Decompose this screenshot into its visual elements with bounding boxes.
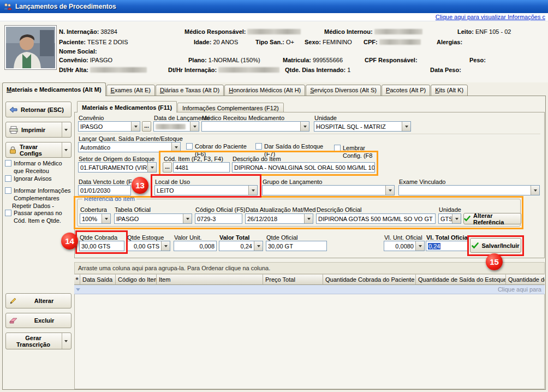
- tab-honorarios-medicos[interactable]: Honorários Médicos (Alt H): [224, 85, 305, 96]
- travar-dropdown[interactable]: [62, 142, 68, 157]
- convenio-select[interactable]: IPASGO: [78, 121, 140, 132]
- checkbox-cobrar-paciente[interactable]: Cobrar do Paciente (F6): [186, 143, 253, 158]
- tab-informacoes-f12[interactable]: Informações Complementares (F12): [177, 103, 284, 112]
- grid-filter-hint: Clique aqui para: [498, 286, 545, 293]
- convenio-label: Convênio: [79, 115, 104, 121]
- grid-column-codigo-item[interactable]: Código do Item: [116, 274, 157, 285]
- tab-diarias-taxas[interactable]: Diárias e Taxas (Alt D): [156, 85, 224, 96]
- patient-header: N. Internação:38284 Médico Responsável: …: [0, 21, 548, 82]
- tab-pacotes[interactable]: Pacotes (Alt P): [382, 85, 430, 96]
- field-alergias: Alergias:: [437, 39, 464, 45]
- referencia-group-title: Referência do Item: [82, 195, 136, 202]
- cobertura-select[interactable]: 100%: [80, 213, 111, 224]
- data-atualizacao-select[interactable]: 26/12/2018: [245, 213, 313, 224]
- checkbox[interactable]: [186, 143, 193, 150]
- checkbox[interactable]: [5, 187, 11, 194]
- tab-materiais-medicamentos[interactable]: Materiais e Medicamentos (Alt M): [2, 82, 106, 96]
- grid-group-panel[interactable]: Arraste uma coluna aqui para agrupa-la. …: [74, 262, 545, 274]
- redacted-value: [247, 29, 301, 34]
- setor-origem-select[interactable]: 01.FATURAMENTO (VIRT: [78, 162, 157, 173]
- chevron-down-icon: [303, 126, 307, 128]
- field-convenio: Convênio:IPASGO: [59, 57, 112, 63]
- field-tipo-sanguineo: Tipo San.:O+: [255, 39, 294, 45]
- alterar-referencia-button[interactable]: Alterar Referência: [463, 213, 521, 224]
- data-vencto-input[interactable]: 01/01/2030: [78, 185, 131, 195]
- cobertura-label: Cobertura: [80, 206, 107, 213]
- unidade-select[interactable]: HOSPITAL SQL - MATRIZ: [314, 121, 411, 132]
- pencil-icon: [9, 297, 17, 305]
- field-cpf-responsavel: CPF Responsável:: [365, 57, 419, 63]
- descricao-oficial-input[interactable]: DIPIRONA GOTAS 500 MG/ML SO VO GT: [316, 213, 436, 224]
- imprimir-button[interactable]: Imprimir: [5, 122, 72, 138]
- medico-receitou-select[interactable]: [201, 121, 309, 132]
- descricao-oficial-label: Descrição Oficial: [317, 206, 362, 213]
- exame-vinculado-label: Exame Vinculado: [399, 179, 445, 185]
- tab-exames[interactable]: Exames (Alt E): [106, 85, 155, 96]
- visualizar-informacoes-link[interactable]: Clique aqui para visualizar Informações …: [436, 14, 545, 20]
- qtde-estoque-select[interactable]: 0,00 GTS: [127, 241, 170, 251]
- grid-column-item[interactable]: Item: [157, 274, 263, 285]
- exame-vinculado-select[interactable]: [398, 185, 540, 195]
- valor-unit-input[interactable]: 0,008: [174, 241, 217, 251]
- tab-materiais-f11[interactable]: Materiais e Medicamentos (F11): [77, 101, 177, 112]
- descricao-item-input[interactable]: DIPIRONA - NOVALGINA SOL ORAL 500 MG/ML …: [232, 162, 375, 173]
- gerar-transcricao-button[interactable]: Gerar Transcrição: [5, 332, 72, 349]
- codigo-oficial-input[interactable]: 0729-3: [195, 213, 242, 224]
- field-dthr-alta: Dt/Hr Alta:: [59, 67, 147, 73]
- gerar-transcricao-dropdown[interactable]: [62, 333, 68, 349]
- chevron-down-icon: [164, 245, 168, 247]
- unidade-oficial-select[interactable]: GTS: [438, 213, 461, 224]
- checkbox[interactable]: [5, 210, 11, 216]
- checkbox-lembrar-config[interactable]: Lembrar Config. (F8: [334, 145, 384, 160]
- grid-column-data-saida[interactable]: Data Saída: [80, 274, 116, 285]
- grupo-lancamento-label: Grupo de Lançamento: [263, 179, 322, 185]
- checkbox[interactable]: [5, 175, 11, 182]
- excluir-button[interactable]: Excluir: [5, 313, 72, 328]
- grid-column-qtde-saida[interactable]: Quantidade de Saída do Estoque: [416, 274, 506, 285]
- lancar-quant-select[interactable]: Automático: [78, 142, 181, 152]
- alterar-button[interactable]: Alterar: [5, 293, 72, 308]
- vl-total-oficial-input[interactable]: 0,24: [426, 241, 469, 251]
- grupo-lancamento-select[interactable]: [262, 185, 395, 195]
- app-icon: [3, 3, 12, 11]
- retornar-button[interactable]: Retornar (ESC): [5, 102, 72, 117]
- convenio-browse-button[interactable]: ...: [142, 121, 151, 132]
- cod-item-input[interactable]: 4481: [173, 162, 230, 173]
- grid-column-qtde-sa[interactable]: Quantidade de Sa: [506, 274, 545, 285]
- checkbox-informar-medico[interactable]: Informar o Médico que Receitou: [5, 160, 73, 175]
- field-leito: Leito:ENF 105 - 02: [457, 28, 511, 35]
- chevron-down-icon: [257, 245, 260, 247]
- tab-kits[interactable]: Kits (Alt K): [431, 85, 468, 96]
- grid-filter-row[interactable]: Clique aqui para: [74, 285, 545, 294]
- data-lancamento-select[interactable]: [153, 121, 199, 132]
- tabela-oficial-select[interactable]: IPASGO: [114, 213, 192, 224]
- travar-configs-button[interactable]: Travar Configs: [5, 142, 72, 158]
- grid-column-qtde-cobrada[interactable]: Quantidade Cobrada do Paciente: [323, 274, 416, 285]
- chevron-down-icon: [134, 126, 138, 128]
- vl-unt-oficial-select[interactable]: 0,0080: [384, 241, 425, 251]
- local-uso-select[interactable]: LEITO: [154, 185, 258, 195]
- cod-item-browse-button[interactable]: ...: [163, 162, 172, 173]
- qtde-oficial-input[interactable]: 30,00 GT: [266, 241, 327, 251]
- checkbox-passar-apenas[interactable]: Passar apenas no Cód. Item e Qtde.: [5, 210, 73, 225]
- imprimir-dropdown[interactable]: [62, 122, 68, 137]
- qtde-cobrada-input[interactable]: 30,00 GTS: [79, 241, 124, 251]
- qtde-oficial-label: Qtde Oficial: [266, 234, 297, 241]
- grid-column-preco-total[interactable]: Preço Total: [263, 274, 323, 285]
- lancar-quant-label: Lançar Quant. Saída Paciente/Estoque: [79, 135, 183, 142]
- checkbox[interactable]: [334, 145, 341, 151]
- checkbox[interactable]: [255, 143, 262, 150]
- chevron-down-icon: [389, 189, 392, 192]
- checkbox-ignorar-avisos[interactable]: Ignorar Avisos: [5, 175, 73, 183]
- grid-body[interactable]: [74, 294, 545, 389]
- salvar-incluir-button[interactable]: Salvar/Incluir: [470, 238, 521, 253]
- checkbox-dar-saida[interactable]: Dar Saída do Estoque (F7): [255, 143, 329, 158]
- checkbox[interactable]: [5, 160, 11, 167]
- checkbox-informar-informacoes[interactable]: Informar Informações Complementares: [5, 187, 73, 203]
- chevron-down-icon: [534, 189, 537, 192]
- redacted-value: [218, 67, 279, 73]
- redacted-value: [374, 29, 422, 34]
- tab-servicos-diversos[interactable]: Serviços Diversos (Alt S): [306, 85, 381, 96]
- chevron-down-icon: [64, 340, 68, 342]
- valor-total-select[interactable]: 0,24: [219, 241, 263, 251]
